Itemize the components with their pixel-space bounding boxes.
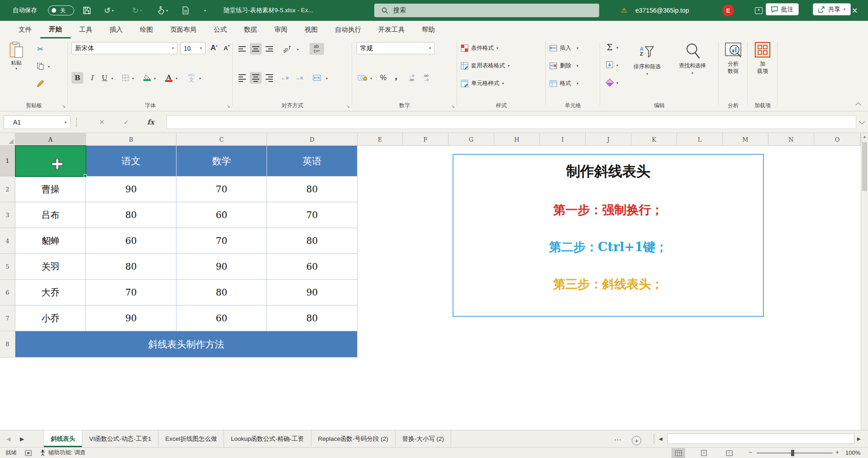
data-cell[interactable]: 80: [86, 254, 176, 280]
dialog-launcher-icon[interactable]: ↘: [451, 104, 455, 109]
header-cell[interactable]: 数学: [176, 146, 267, 177]
comma-style-button[interactable]: ，: [390, 72, 402, 84]
fill-color-button[interactable]: [141, 72, 153, 84]
redo-button[interactable]: ↻▾: [132, 0, 142, 21]
sheet-tab[interactable]: 替换-大小写 (2): [396, 430, 451, 447]
copy-button[interactable]: [34, 60, 46, 72]
data-cell[interactable]: 吕布: [15, 202, 86, 228]
data-cell[interactable]: 90: [86, 305, 176, 331]
share-button[interactable]: 共享 ▾: [813, 3, 851, 15]
row-header-3[interactable]: 3: [0, 202, 15, 228]
increase-indent-button[interactable]: →≡: [293, 72, 305, 84]
scroll-up-icon[interactable]: ▲: [861, 134, 868, 139]
new-sheet-button[interactable]: +: [632, 430, 641, 447]
row-header-7[interactable]: 7: [0, 305, 15, 331]
italic-button[interactable]: I: [86, 72, 98, 84]
sort-filter-button[interactable]: AZ 排序和筛选 ▾: [626, 41, 668, 76]
phonetic-guide-button[interactable]: wén 文: [186, 72, 197, 84]
clear-button[interactable]: [604, 76, 615, 88]
data-cell[interactable]: 80: [267, 177, 358, 202]
insert-cells-button[interactable]: 插入▾: [549, 41, 578, 55]
print-preview-button[interactable]: [182, 0, 189, 21]
conditional-formatting-button[interactable]: 条件格式▾: [461, 41, 498, 55]
header-cell[interactable]: 英语: [267, 146, 358, 177]
column-header-M[interactable]: M: [723, 133, 768, 146]
data-cell[interactable]: 80: [86, 202, 176, 228]
sheet-tab[interactable]: Replace函数-号码分段 (2): [311, 430, 396, 447]
number-format-select[interactable]: 常规▾: [357, 42, 434, 54]
data-cell[interactable]: 貂蝉: [15, 228, 86, 254]
data-cell[interactable]: 曹操: [15, 177, 86, 202]
ribbon-tab[interactable]: 视图: [296, 21, 326, 38]
accessibility-status[interactable]: 辅助功能: 调查: [40, 449, 86, 457]
fill-button[interactable]: [604, 59, 615, 71]
zoom-slider-track[interactable]: [757, 453, 833, 453]
zoom-out-button[interactable]: −: [749, 448, 752, 456]
merged-footer-cell[interactable]: 斜线表头制作方法: [15, 331, 358, 358]
data-cell[interactable]: 小乔: [15, 305, 86, 331]
underline-button[interactable]: U: [99, 72, 110, 84]
addins-button[interactable]: 加载项: [751, 41, 774, 75]
fill-handle[interactable]: [84, 174, 87, 177]
font-name-select[interactable]: 新宋体▾: [72, 42, 177, 54]
column-header-A[interactable]: A: [15, 133, 86, 146]
search-input[interactable]: 搜索: [374, 4, 599, 17]
find-select-button[interactable]: 查找和选择 ▾: [671, 41, 714, 75]
ribbon-tab[interactable]: 插入: [101, 21, 131, 38]
dialog-launcher-icon[interactable]: ↘: [227, 104, 230, 109]
scroll-right-button[interactable]: ▶: [857, 434, 861, 444]
column-header-O[interactable]: O: [814, 133, 861, 146]
dialog-launcher-icon[interactable]: ↘: [346, 104, 350, 109]
data-cell[interactable]: 80: [267, 228, 358, 254]
align-bottom-button[interactable]: [263, 43, 275, 55]
zoom-slider-thumb[interactable]: [791, 450, 794, 456]
ribbon-tab[interactable]: 数据: [235, 21, 266, 38]
data-cell[interactable]: 90: [176, 254, 267, 280]
data-cell[interactable]: 关羽: [15, 254, 86, 280]
column-header-F[interactable]: F: [403, 133, 448, 146]
sheet-tab[interactable]: Lookup函数公式-精确-工资: [224, 430, 311, 447]
sheet-tab[interactable]: VI函数公式-动态-工资1: [82, 430, 158, 447]
decrease-font-button[interactable]: A▾: [221, 42, 233, 54]
ribbon-tab[interactable]: 文件: [10, 21, 40, 38]
save-button[interactable]: [83, 0, 91, 21]
select-all-corner[interactable]: [0, 133, 15, 146]
next-sheet-button[interactable]: ▶: [20, 430, 24, 447]
zoom-level[interactable]: 100%: [845, 449, 860, 456]
row-header-8[interactable]: 8: [0, 331, 15, 358]
data-cell[interactable]: 80: [267, 305, 358, 331]
decrease-decimal-button[interactable]: .00→0: [420, 72, 432, 84]
orientation-button[interactable]: ab↗: [280, 43, 295, 55]
increase-decimal-button[interactable]: ←0.00: [405, 72, 417, 84]
analyze-data-button[interactable]: 分析数据: [721, 41, 745, 75]
sheet-tab[interactable]: 斜线表头: [43, 430, 82, 447]
decrease-indent-button[interactable]: ←≡: [279, 72, 291, 84]
align-right-button[interactable]: [263, 72, 275, 84]
comments-button[interactable]: 批注: [766, 3, 799, 15]
tutorial-textbox[interactable]: 制作斜线表头 第一步：强制换行；第二步：Ctrl+1键；第三步：斜线表头；: [453, 154, 764, 317]
column-header-I[interactable]: I: [540, 133, 586, 146]
formula-input[interactable]: [167, 115, 856, 129]
cell-styles-button[interactable]: 单元格样式▾: [461, 76, 504, 90]
vertical-scrollbar-thumb[interactable]: [862, 142, 867, 191]
paste-button[interactable]: 粘贴 ▾: [5, 41, 28, 71]
zoom-in-button[interactable]: +: [835, 448, 839, 456]
scroll-left-button[interactable]: ◀: [659, 434, 663, 444]
accounting-format-button[interactable]: [356, 72, 369, 84]
data-cell[interactable]: 70: [176, 228, 267, 254]
column-header-J[interactable]: J: [586, 133, 631, 146]
ribbon-tab[interactable]: 绘图: [131, 21, 162, 38]
row-header-4[interactable]: 4: [0, 228, 15, 254]
insert-function-button[interactable]: fx: [143, 115, 158, 129]
column-header-N[interactable]: N: [768, 133, 814, 146]
macro-record-icon[interactable]: [25, 450, 32, 456]
expand-formula-bar-icon[interactable]: [859, 119, 865, 124]
data-cell[interactable]: 大乔: [15, 280, 86, 305]
column-header-H[interactable]: H: [494, 133, 540, 146]
column-header-C[interactable]: C: [176, 133, 267, 146]
format-painter-button[interactable]: [34, 77, 46, 89]
account-name[interactable]: e37156@365ip.top: [635, 0, 689, 21]
row-header-6[interactable]: 6: [0, 280, 15, 305]
column-header-D[interactable]: D: [267, 133, 358, 146]
font-color-button[interactable]: A: [163, 72, 175, 84]
